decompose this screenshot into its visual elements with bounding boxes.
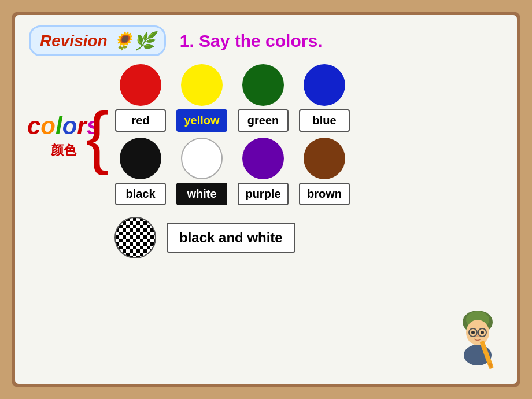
revision-label: Revision — [40, 32, 108, 50]
letter-l: l — [56, 112, 62, 139]
black-and-white-label: black and white — [167, 223, 295, 253]
circle-white — [181, 138, 223, 179]
circle-cell-green — [237, 64, 289, 106]
svg-point-7 — [481, 331, 484, 334]
bottom-row: black and white — [114, 217, 503, 258]
labels-row-1: red yellow green blue — [114, 109, 503, 132]
label-cell-black: black — [114, 183, 167, 205]
labels-row-2: black white purple brown — [114, 183, 503, 205]
label-green: green — [238, 109, 289, 132]
label-brown: brown — [299, 183, 350, 205]
label-red: red — [115, 109, 166, 132]
circle-yellow — [181, 64, 223, 106]
checker-circle-icon — [114, 217, 156, 258]
label-white: white — [176, 183, 227, 205]
circle-cell-red — [114, 64, 167, 106]
main-content: colors 颜色 { — [29, 64, 503, 209]
header: Revision 🌻🌿 1. Say the colors. — [29, 25, 503, 56]
circle-red — [120, 64, 161, 106]
circle-black — [120, 138, 161, 179]
circle-cell-purple — [237, 138, 289, 179]
letter-o2: o — [62, 112, 77, 139]
label-purple: purple — [238, 183, 289, 205]
board: Revision 🌻🌿 1. Say the colors. colors 颜色… — [12, 12, 520, 387]
circle-cell-blue — [298, 64, 350, 106]
label-cell-green: green — [237, 109, 289, 132]
label-cell-red: red — [114, 109, 167, 132]
circle-green — [242, 64, 284, 106]
left-sidebar: colors 颜色 { — [29, 64, 104, 209]
revision-badge: Revision 🌻🌿 — [29, 25, 166, 56]
letter-c: c — [27, 112, 40, 139]
letter-o1: o — [40, 112, 56, 139]
label-cell-white: white — [176, 183, 228, 205]
label-cell-brown: brown — [298, 183, 350, 205]
teacher-figure-icon — [449, 306, 507, 377]
svg-point-8 — [476, 335, 479, 337]
circle-purple — [242, 138, 284, 179]
brace-icon: { — [86, 102, 109, 171]
color-grid: red yellow green blue — [114, 64, 503, 209]
label-cell-yellow: yellow — [176, 109, 228, 132]
circles-row-2 — [114, 138, 503, 179]
svg-point-6 — [471, 331, 475, 334]
label-cell-purple: purple — [237, 183, 289, 205]
circles-row-1 — [114, 64, 503, 106]
circle-brown — [304, 138, 345, 179]
label-black: black — [115, 183, 166, 205]
circle-blue — [304, 64, 345, 106]
label-blue: blue — [299, 109, 350, 132]
label-cell-blue: blue — [298, 109, 350, 132]
circle-cell-yellow — [176, 64, 228, 106]
sunflower-icon: 🌻🌿 — [112, 31, 155, 51]
page-title: 1. Say the colors. — [180, 31, 323, 51]
circle-cell-black — [114, 138, 167, 179]
chinese-label: 颜色 — [51, 142, 76, 159]
circle-cell-brown — [298, 138, 350, 179]
label-yellow: yellow — [176, 109, 227, 132]
circle-cell-white — [176, 138, 228, 179]
